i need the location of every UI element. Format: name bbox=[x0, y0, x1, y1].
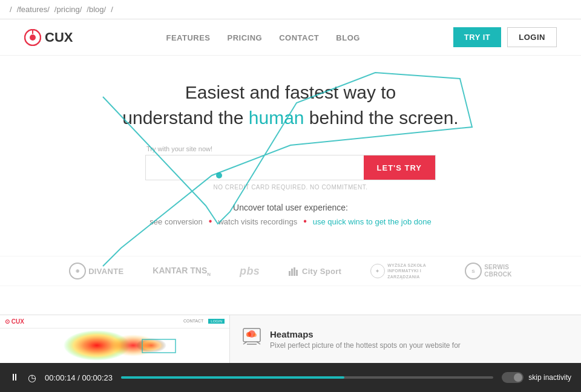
wyzsza-label: WYŻSZA SZKOŁAINFORMATYKI I ZARZĄDZANIA bbox=[387, 263, 436, 279]
toggle-knob bbox=[514, 373, 522, 382]
serwis-circle-icon: S bbox=[465, 263, 482, 279]
svg-rect-4 bbox=[289, 271, 290, 276]
preview-left-panel: ⊙ CUX CONTACT LOGIN bbox=[0, 315, 230, 364]
mini-logo: ⊙ CUX bbox=[5, 318, 24, 325]
logo-kantar: KANTAR TNSN bbox=[153, 266, 211, 277]
skip-inactivity-label: skip inactivity bbox=[528, 373, 571, 382]
top-bar-item-2[interactable]: /pricing/ bbox=[54, 5, 82, 14]
progress-fill bbox=[121, 376, 344, 379]
logo-text: CUX bbox=[45, 30, 73, 45]
hero-human-highlight: human bbox=[249, 108, 304, 128]
pbs-label: pbs bbox=[240, 265, 260, 278]
divante-label: DIVANTE bbox=[88, 267, 123, 276]
hero-section: Easiest and fastest way to understand th… bbox=[0, 56, 581, 239]
logo-wyzsza: ✦ WYŻSZA SZKOŁAINFORMATYKI I ZARZĄDZANIA bbox=[370, 263, 436, 279]
total-time: 00:00:23 bbox=[82, 373, 113, 382]
login-button[interactable]: LOGIN bbox=[507, 27, 557, 47]
dot-1: • bbox=[209, 216, 212, 227]
mini-btn-login: LOGIN bbox=[208, 319, 225, 324]
city-sport-bar-icon bbox=[289, 266, 300, 276]
logo-divante: ◉ DIVANTE bbox=[69, 263, 123, 279]
wyzsza-emblem-icon: ✦ bbox=[370, 264, 385, 278]
input-area: Try with your site now! LET'S TRY NO CRE… bbox=[145, 145, 436, 191]
city-sport-label: City Sport bbox=[302, 267, 341, 276]
mini-nav-contact: CONTACT bbox=[183, 319, 203, 324]
pause-button[interactable]: ⏸ bbox=[10, 372, 19, 383]
navbar: CUX FEATURES PRICING CONTACT BLOG TRY IT… bbox=[0, 19, 581, 56]
serwis-label: SERWISCBROCK bbox=[484, 264, 512, 278]
nav-buttons: TRY IT LOGIN bbox=[453, 27, 557, 47]
mini-navbar: ⊙ CUX CONTACT LOGIN bbox=[0, 315, 229, 328]
logo-icon bbox=[24, 29, 41, 46]
progress-bar[interactable] bbox=[121, 376, 493, 379]
uncover-title: Uncover total user experience: bbox=[12, 203, 569, 212]
input-label: Try with your site now! bbox=[145, 145, 436, 152]
heatmap-visual bbox=[48, 328, 182, 362]
uncover-watch-visits: watch visits recordings bbox=[218, 217, 297, 226]
divante-circle-icon: ◉ bbox=[69, 263, 86, 279]
playback-bar: ⏸ ◷ 00:00:14 / 00:00:23 skip inactivity bbox=[0, 363, 581, 392]
top-bar: / /features/ /pricing/ /blog/ / bbox=[0, 0, 581, 19]
top-bar-slash: / bbox=[10, 5, 12, 14]
top-bar-item-3[interactable]: /blog/ bbox=[87, 5, 106, 14]
nav-blog[interactable]: BLOG bbox=[336, 32, 360, 43]
hero-line2-after: behind the screen. bbox=[304, 108, 459, 128]
logo-serwis: S SERWISCBROCK bbox=[465, 263, 512, 279]
nav-links: FEATURES PRICING CONTACT BLOG bbox=[166, 32, 359, 43]
heatmap-icon bbox=[242, 327, 261, 351]
no-credit-text: NO CREDIT CARD REQUIRED. NO COMMITMENT. bbox=[145, 184, 436, 191]
uncover-quick-wins[interactable]: use quick wins to get the job done bbox=[313, 217, 432, 226]
time-display: 00:00:14 / 00:00:23 bbox=[45, 373, 113, 382]
dot-2: • bbox=[303, 216, 307, 227]
logo[interactable]: CUX bbox=[24, 29, 73, 46]
current-time: 00:00:14 bbox=[45, 373, 76, 382]
hero-heading: Easiest and fastest way to understand th… bbox=[12, 80, 569, 131]
svg-point-10 bbox=[136, 338, 166, 353]
spinner-icon: ◷ bbox=[28, 372, 36, 384]
uncover-section: Uncover total user experience: see conve… bbox=[12, 203, 569, 227]
top-bar-item-1[interactable]: /features/ bbox=[17, 5, 50, 14]
top-bar-item-4: / bbox=[111, 5, 113, 14]
hero-line1: Easiest and fastest way to bbox=[185, 82, 396, 102]
nav-contact[interactable]: CONTACT bbox=[279, 32, 319, 43]
heatmap-text: Heatmaps Pixel perfect picture of the ho… bbox=[270, 329, 461, 350]
preview-right-panel: Heatmaps Pixel perfect picture of the ho… bbox=[230, 321, 581, 357]
logos-strip: ◉ DIVANTE KANTAR TNSN pbs City Sport ✦ W… bbox=[0, 256, 581, 286]
svg-rect-6 bbox=[294, 267, 295, 276]
logo-pbs: pbs bbox=[240, 265, 260, 278]
bottom-preview: ⊙ CUX CONTACT LOGIN bbox=[0, 315, 581, 363]
skip-inactivity-toggle[interactable] bbox=[502, 372, 524, 383]
heatmap-desc: Pixel perfect picture of the hottest spo… bbox=[270, 341, 461, 350]
svg-rect-7 bbox=[296, 270, 298, 276]
heatmap-title: Heatmaps bbox=[270, 329, 461, 339]
nav-pricing[interactable]: PRICING bbox=[228, 32, 263, 43]
svg-point-18 bbox=[253, 333, 257, 337]
heatmap-svg-icon bbox=[242, 327, 261, 347]
svg-rect-5 bbox=[291, 269, 293, 276]
svg-point-1 bbox=[30, 34, 36, 41]
site-url-input[interactable] bbox=[146, 155, 364, 180]
lets-try-button[interactable]: LET'S TRY bbox=[364, 155, 435, 180]
mini-nav-links: CONTACT LOGIN bbox=[31, 319, 225, 324]
logo-city-sport: City Sport bbox=[289, 266, 341, 276]
try-it-button[interactable]: TRY IT bbox=[453, 27, 501, 47]
kantar-label: KANTAR TNSN bbox=[153, 266, 211, 277]
nav-features[interactable]: FEATURES bbox=[166, 32, 210, 43]
uncover-links: see conversion • watch visits recordings… bbox=[12, 216, 569, 227]
uncover-see-conversion: see conversion bbox=[149, 217, 202, 226]
skip-inactivity-control: skip inactivity bbox=[502, 372, 571, 383]
hero-line2-before: understand the bbox=[122, 108, 249, 128]
input-row: LET'S TRY bbox=[145, 155, 436, 180]
